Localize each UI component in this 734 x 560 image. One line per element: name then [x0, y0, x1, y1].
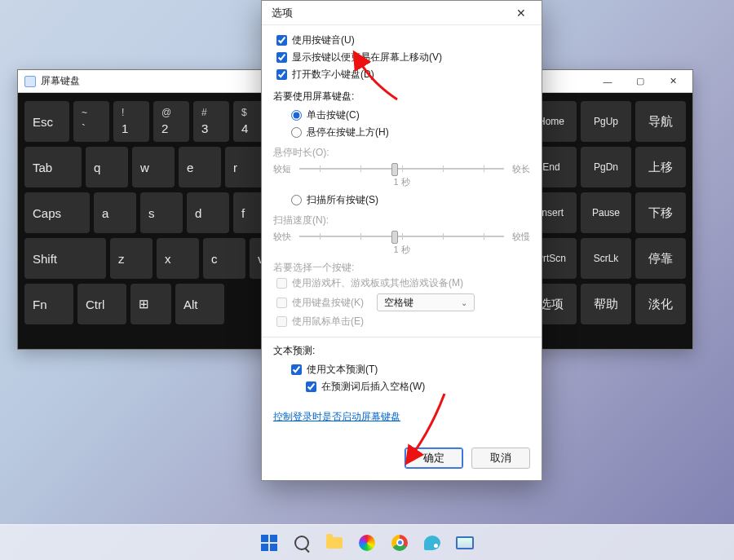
- key-pgdn[interactable]: PgDn: [581, 147, 631, 187]
- check-click-sound[interactable]: 使用按键音(U): [273, 32, 530, 49]
- check-numpad[interactable]: 打开数字小键盘(D): [273, 66, 530, 83]
- key-pause[interactable]: Pause: [581, 192, 631, 233]
- scan-slider-value: 1 秒: [273, 244, 530, 256]
- key-alt[interactable]: Alt: [175, 284, 224, 324]
- key-w[interactable]: w: [132, 147, 175, 187]
- scan-slider-track[interactable]: [299, 229, 504, 244]
- ok-button[interactable]: 确定: [405, 448, 463, 469]
- scan-slider-thumb[interactable]: [391, 231, 398, 244]
- key-tab[interactable]: Tab: [24, 147, 82, 187]
- key-pgup[interactable]: PgUp: [581, 101, 631, 142]
- key-moveup[interactable]: 上移: [635, 147, 686, 187]
- check-use-joystick-input: [276, 278, 287, 289]
- key-1[interactable]: !1: [113, 101, 149, 142]
- osk-minimize-button[interactable]: —: [591, 73, 624, 90]
- key-ctrl[interactable]: Ctrl: [77, 284, 126, 324]
- osk-close-button[interactable]: ✕: [657, 73, 689, 90]
- hover-slider-thumb[interactable]: [391, 163, 398, 176]
- check-text-prediction-input[interactable]: [291, 364, 302, 375]
- check-use-kbdkey-input: [276, 298, 287, 308]
- palette-icon: [424, 536, 440, 550]
- dialog-titlebar: 选项 ✕: [262, 1, 542, 25]
- taskbar-search-button[interactable]: [288, 529, 316, 557]
- key-2[interactable]: @2: [153, 101, 189, 142]
- taskbar-osk-button[interactable]: [451, 529, 479, 557]
- key-dock[interactable]: 停靠: [635, 238, 686, 279]
- radio-click[interactable]: 单击按键(C): [288, 107, 530, 124]
- scan-select-key-heading: 若要选择一个按键:: [273, 261, 530, 275]
- key-s[interactable]: s: [140, 192, 183, 233]
- check-use-joystick-label: 使用游戏杆、游戏板或其他游戏设备(M): [292, 276, 463, 290]
- radio-scan-input[interactable]: [291, 195, 302, 205]
- taskbar-start-button[interactable]: [255, 529, 283, 557]
- key-backtick[interactable]: ~`: [73, 101, 109, 142]
- check-show-keys[interactable]: 显示按键以便更易在屏幕上移动(V): [273, 49, 530, 66]
- cancel-button[interactable]: 取消: [471, 448, 530, 469]
- taskbar-paint-button[interactable]: [418, 529, 446, 557]
- folder-icon: [326, 537, 343, 549]
- taskbar-app-button[interactable]: [353, 529, 381, 557]
- key-a[interactable]: a: [94, 192, 136, 233]
- scan-speed-block: 扫描速度(N): 较快 较慢 1 秒 若要选择一个按键: 使用游戏杆、游戏板或其…: [273, 214, 530, 330]
- taskbar-explorer-button[interactable]: [321, 529, 348, 557]
- hover-slider-left: 较短: [273, 163, 291, 175]
- dialog-body: 使用按键音(U) 显示按键以便更易在屏幕上移动(V) 打开数字小键盘(D) 若要…: [262, 25, 542, 439]
- key-caps[interactable]: Caps: [24, 192, 90, 233]
- key-esc[interactable]: Esc: [24, 101, 69, 142]
- radio-hover-input[interactable]: [291, 127, 302, 138]
- radio-scan[interactable]: 扫描所有按键(S): [288, 192, 530, 209]
- hover-duration-label: 悬停时长(O):: [273, 146, 530, 160]
- key-movedown[interactable]: 下移: [635, 192, 686, 233]
- control-login-link[interactable]: 控制登录时是否启动屏幕键盘: [273, 411, 400, 422]
- hover-slider-right: 较长: [512, 163, 530, 175]
- check-use-kbdkey: 使用键盘按键(K) 空格键 ⌄: [273, 292, 530, 313]
- hover-duration-block: 悬停时长(O): 较短 较长 1 秒: [273, 146, 530, 188]
- check-insert-space-input[interactable]: [306, 381, 316, 392]
- check-show-keys-input[interactable]: [276, 52, 287, 63]
- check-click-sound-input[interactable]: [276, 35, 287, 46]
- scan-slider: 较快 较慢: [273, 227, 530, 245]
- check-use-joystick: 使用游戏杆、游戏板或其他游戏设备(M): [273, 275, 530, 292]
- key-q[interactable]: q: [86, 147, 128, 187]
- hover-slider-track[interactable]: [299, 161, 504, 176]
- radio-scan-label: 扫描所有按键(S): [307, 193, 378, 207]
- text-prediction-heading: 文本预测:: [273, 344, 530, 358]
- check-insert-space[interactable]: 在预测词后插入空格(W): [303, 378, 530, 395]
- key-d[interactable]: d: [187, 192, 229, 233]
- key-help[interactable]: 帮助: [581, 284, 631, 324]
- radio-hover[interactable]: 悬停在按键上方(H): [288, 124, 530, 141]
- key-fade[interactable]: 淡化: [635, 284, 686, 324]
- radio-click-label: 单击按键(C): [307, 108, 360, 122]
- key-shift[interactable]: Shift: [24, 238, 106, 279]
- check-numpad-input[interactable]: [276, 69, 287, 80]
- osk-maximize-button[interactable]: ▢: [624, 73, 657, 90]
- taskbar-chrome-button[interactable]: [386, 529, 413, 557]
- taskbar: [0, 524, 734, 560]
- dialog-close-button[interactable]: ✕: [506, 2, 537, 24]
- options-dialog: 选项 ✕ 使用按键音(U) 显示按键以便更易在屏幕上移动(V) 打开数字小键盘(…: [261, 0, 542, 481]
- check-numpad-label: 打开数字小键盘(D): [292, 68, 374, 82]
- key-e[interactable]: e: [179, 147, 221, 187]
- key-scrlk[interactable]: ScrLk: [581, 238, 631, 279]
- key-fn[interactable]: Fn: [24, 284, 73, 324]
- key-c[interactable]: c: [203, 238, 245, 279]
- check-click-sound-label: 使用按键音(U): [292, 33, 355, 47]
- check-text-prediction[interactable]: 使用文本预测(T): [288, 361, 530, 378]
- check-use-mouse-label: 使用鼠标单击(E): [292, 315, 364, 329]
- radio-click-input[interactable]: [291, 110, 302, 121]
- check-use-mouse-input: [276, 316, 287, 327]
- color-disc-icon: [359, 535, 375, 551]
- scan-speed-label: 扫描速度(N):: [273, 214, 530, 227]
- use-keyboard-heading: 若要使用屏幕键盘:: [273, 90, 530, 104]
- key-3[interactable]: #3: [193, 101, 229, 142]
- kbdkey-select[interactable]: 空格键 ⌄: [377, 293, 475, 311]
- key-x[interactable]: x: [157, 238, 199, 279]
- chrome-icon: [391, 535, 408, 551]
- check-use-mouse: 使用鼠标单击(E): [273, 313, 530, 330]
- chevron-down-icon: ⌄: [461, 298, 467, 307]
- keyboard-icon: [456, 536, 474, 549]
- key-nav[interactable]: 导航: [635, 101, 686, 142]
- check-show-keys-label: 显示按键以便更易在屏幕上移动(V): [292, 51, 442, 64]
- key-win[interactable]: ⊞: [130, 284, 171, 324]
- key-z[interactable]: z: [110, 238, 153, 279]
